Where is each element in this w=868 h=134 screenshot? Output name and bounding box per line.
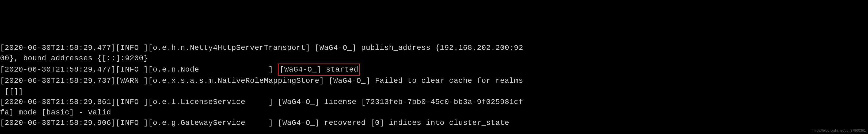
log-line-1b: 00}, bound_addresses {[::]:9200} [0,53,868,63]
log-line-3a: [2020-06-30T21:58:29,737][WARN ][o.e.x.s… [0,76,868,86]
log-line-1a: [2020-06-30T21:58:29,477][INFO ][o.e.h.n… [0,43,868,53]
log-line-2-prefix: [2020-06-30T21:58:29,477][INFO ][o.e.n.N… [0,65,278,74]
highlight-started: [WaG4-O_] started [278,63,360,76]
watermark: https://blog.csdn.net/qq_37860381 [813,128,866,133]
log-line-5: [2020-06-30T21:58:29,906][INFO ][o.e.g.G… [0,118,868,128]
log-line-3b: [[]] [0,86,868,97]
log-line-2: [2020-06-30T21:58:29,477][INFO ][o.e.n.N… [0,63,868,76]
log-line-4a: [2020-06-30T21:58:29,861][INFO ][o.e.l.L… [0,97,868,107]
log-line-4b: fa] mode [basic] - valid [0,107,868,118]
